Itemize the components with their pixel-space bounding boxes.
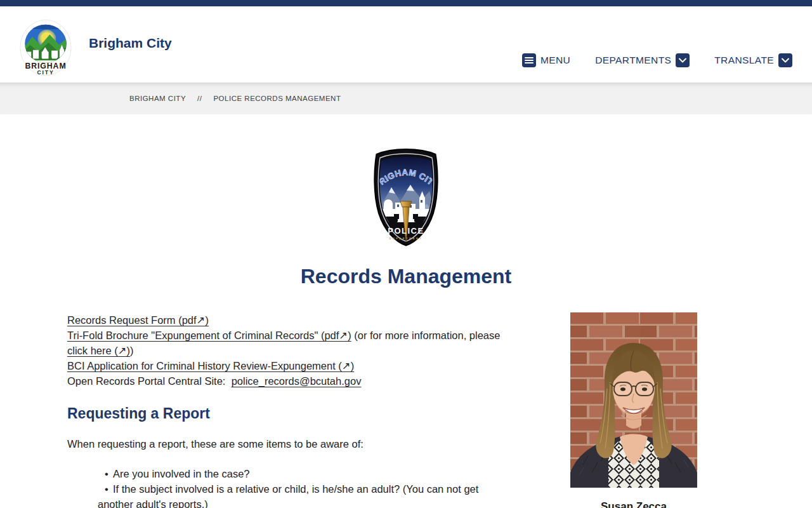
breadcrumb-home[interactable]: BRIGHAM CITY bbox=[129, 95, 186, 102]
breadcrumb-separator: // bbox=[197, 95, 202, 102]
resource-line: Records Request Form (pdf↗) bbox=[67, 312, 508, 328]
section-heading: Requesting a Report bbox=[67, 406, 508, 421]
staff-photo bbox=[570, 312, 697, 488]
chevron-down-icon bbox=[676, 53, 690, 67]
document-link[interactable]: Records Request Form (pdf↗) bbox=[67, 314, 209, 326]
chevron-down-icon bbox=[778, 53, 792, 67]
bullet-item: Are you involved in the case? bbox=[98, 466, 508, 481]
intro-paragraph: When requesting a report, these are some… bbox=[67, 436, 508, 451]
records-info-column: Records Request Form (pdf↗)Tri-Fold Broc… bbox=[67, 312, 508, 508]
bullet-list: Are you involved in the case?If the subj… bbox=[67, 466, 508, 508]
translate-dropdown[interactable]: TRANSLATE bbox=[714, 53, 792, 67]
menu-button[interactable]: MENU bbox=[522, 53, 570, 67]
svg-text:CITY: CITY bbox=[37, 69, 55, 76]
staff-name: Susan Zecca bbox=[570, 500, 697, 508]
resource-line: Open Records Portal Central Site: police… bbox=[67, 373, 508, 389]
document-link[interactable]: police_records@bcutah.gov bbox=[232, 375, 362, 387]
resource-text: ) bbox=[130, 345, 134, 356]
breadcrumb-current: POLICE RECORDS MANAGEMENT bbox=[213, 95, 341, 102]
main-nav: MENU DEPARTMENTS TRANSLATE bbox=[522, 53, 792, 67]
translate-label: TRANSLATE bbox=[714, 55, 774, 66]
main-content: BRIGHAM CITY • POLICE • DEPARTMENT Recor… bbox=[0, 114, 812, 508]
page-root: Contact Us Bill Pay bbox=[0, 0, 812, 508]
document-link[interactable]: click here (↗) bbox=[67, 345, 130, 356]
document-link[interactable]: BCI Application for Criminal History Rev… bbox=[67, 360, 354, 371]
departments-label: DEPARTMENTS bbox=[595, 55, 671, 66]
site-header: BRIGHAM CITY Brigham City MENU DEPARTMEN… bbox=[0, 6, 812, 83]
content-row: Records Request Form (pdf↗)Tri-Fold Broc… bbox=[67, 312, 697, 508]
staff-photo-figure: Susan Zecca bbox=[570, 312, 697, 508]
svg-text:• POLICE •: • POLICE • bbox=[381, 226, 431, 236]
police-badge-image: BRIGHAM CITY • POLICE • DEPARTMENT bbox=[0, 148, 812, 247]
bullet-item: If the subject involved is a relative or… bbox=[98, 481, 508, 508]
resource-line: BCI Application for Criminal History Rev… bbox=[67, 358, 508, 373]
resource-text: Open Records Portal Central Site: bbox=[67, 375, 232, 387]
departments-dropdown[interactable]: DEPARTMENTS bbox=[595, 53, 690, 67]
hamburger-icon bbox=[522, 53, 536, 67]
breadcrumb: BRIGHAM CITY // POLICE RECORDS MANAGEMEN… bbox=[0, 83, 812, 114]
resource-line: Tri-Fold Brochure "Expungement of Crimin… bbox=[67, 328, 508, 358]
page-title: Records Management bbox=[0, 265, 812, 288]
site-title[interactable]: Brigham City bbox=[89, 36, 172, 51]
resource-links: Records Request Form (pdf↗)Tri-Fold Broc… bbox=[67, 312, 508, 389]
resource-text: (or for more information, please bbox=[351, 330, 501, 341]
svg-text:DEPARTMENT: DEPARTMENT bbox=[390, 237, 422, 240]
menu-label: MENU bbox=[540, 55, 570, 66]
document-link[interactable]: Tri-Fold Brochure "Expungement of Crimin… bbox=[67, 330, 351, 341]
city-logo[interactable]: BRIGHAM CITY bbox=[20, 19, 72, 80]
